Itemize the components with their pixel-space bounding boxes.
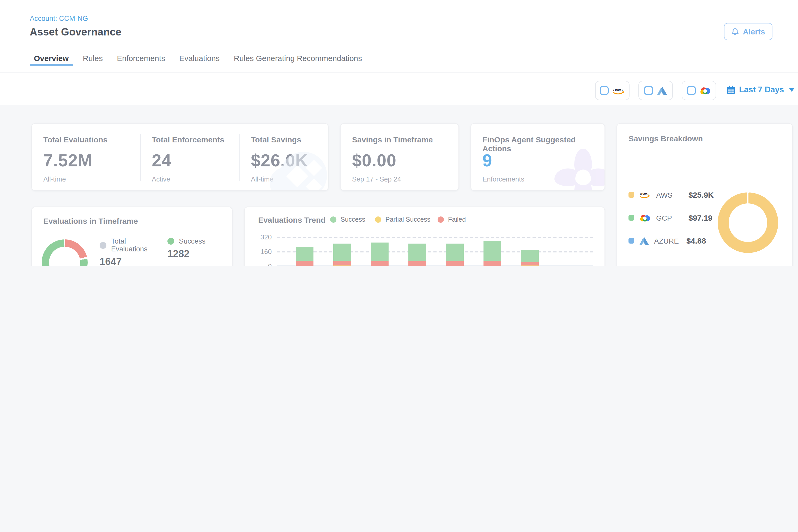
tab-rules-generating-recommendations[interactable]: Rules Generating Recommendations [234,54,362,73]
breakdown-row-gcp: GCP $97.19 [628,213,712,222]
calendar-icon [726,85,736,94]
divider [140,134,141,181]
savings-breakdown-card: Savings Breakdown aws AWS $25.9K [616,123,793,266]
aws-checkbox[interactable] [600,86,608,95]
green-dot-icon [330,216,337,223]
breakdown-row-azure: AZURE $4.88 [628,236,706,245]
aws-icon: aws [613,86,625,95]
y-tick-0: 0 [258,262,272,266]
filter-provider-azure[interactable] [639,81,673,100]
gcp-swatch [628,215,634,221]
chevron-down-icon [789,88,794,92]
evaluations-donut [42,240,88,266]
trend-legend-failed: Failed [438,216,466,223]
savings-breakdown-donut [718,192,778,253]
finops-agent-card: FinOps Agent Suggested Actions 9 Enforce… [471,123,605,191]
aws-icon: aws [640,191,651,199]
gcp-checkbox[interactable] [687,86,696,95]
evaluations-trend-title: Evaluations Trend [258,215,325,224]
tab-rules[interactable]: Rules [83,54,103,73]
divider [240,134,240,181]
gcp-icon [700,86,711,95]
alerts-button[interactable]: Alerts [724,23,773,40]
tab-overview[interactable]: Overview [34,54,69,73]
account-breadcrumb[interactable]: Account: CCM-NG [30,15,88,22]
evaluations-timeframe-title: Evaluations in Timeframe [43,216,138,225]
date-range-picker[interactable]: Last 7 Days [726,85,794,94]
breakdown-row-aws: aws AWS $25.9K [628,190,714,199]
gcp-icon [640,214,651,222]
savings-in-timeframe-card: Savings in Timeframe $0.00 Sep 17 - Sep … [340,123,459,191]
azure-swatch [628,238,634,244]
stat-total-enforcements: Total Enforcements 24 Active [152,124,241,191]
gray-dot-icon [100,242,107,249]
trend-bars [277,230,593,266]
bell-icon [731,27,739,36]
azure-icon [657,86,667,95]
legend-success: Success 1282 [167,237,225,260]
totals-card: Total Evaluations 7.52M All-time Total E… [31,123,328,191]
trend-legend-success: Success [330,216,365,223]
savings-breakdown-title: Savings Breakdown [628,134,703,143]
green-dot-icon [167,238,174,245]
tab-bar: Overview Rules Enforcements Evaluations … [34,54,362,73]
tab-enforcements[interactable]: Enforcements [117,54,165,73]
tab-evaluations[interactable]: Evaluations [179,54,220,73]
stat-total-evaluations: Total Evaluations 7.52M All-time [43,124,132,191]
savings-watermark-icon [270,147,328,191]
finops-watermark-icon [554,149,605,191]
svg-text:aws: aws [640,191,648,196]
trend-legend-partial: Partial Success [375,216,430,223]
stat-savings-timeframe: Savings in Timeframe $0.00 Sep 17 - Sep … [352,124,451,191]
aws-swatch [628,192,634,198]
y-tick-320: 320 [258,233,272,241]
y-tick-160: 160 [258,248,272,255]
evaluations-timeframe-card: Evaluations in Timeframe Total Evaluatio… [31,207,233,266]
azure-icon [640,236,649,245]
yellow-dot-icon [375,216,381,223]
top-bar: Account: CCM-NG Asset Governance Alerts … [0,0,798,106]
page-title: Asset Governance [30,26,121,38]
azure-checkbox[interactable] [644,86,653,95]
svg-text:aws: aws [613,87,623,92]
tabs-divider [0,73,798,73]
filter-provider-aws[interactable]: aws [595,81,629,100]
evaluations-trend-card: Evaluations Trend Success Partial Succes… [244,207,605,266]
filter-provider-gcp[interactable] [682,81,716,100]
asset-governance-page: Account: CCM-NG Asset Governance Alerts … [0,0,798,266]
legend-total-evaluations: Total Evaluations 1647 [100,237,161,266]
red-dot-icon [438,216,444,223]
